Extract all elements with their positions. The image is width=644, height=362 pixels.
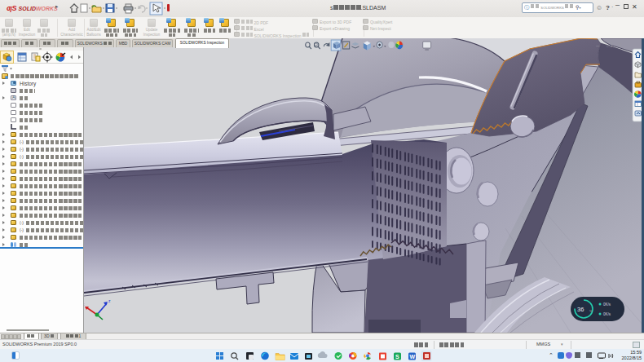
svg-text:W: W (410, 354, 416, 360)
svg-text:✕: ✕ (617, 42, 623, 49)
svg-text:0K/s: 0K/s (603, 302, 611, 307)
svg-text:0K/s: 0K/s (603, 312, 611, 316)
svg-text:%: % (589, 309, 593, 313)
svg-text:36: 36 (577, 306, 584, 313)
svg-text:–: – (596, 42, 600, 49)
svg-text:❐: ❐ (607, 42, 612, 49)
svg-text:S: S (395, 354, 399, 360)
